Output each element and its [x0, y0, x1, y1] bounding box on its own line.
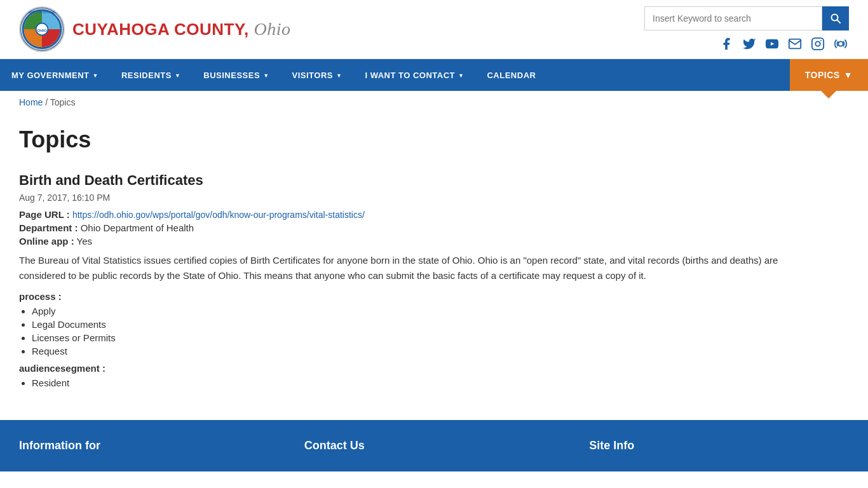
nav-i-want-to-contact[interactable]: I WANT TO CONTACT ▼ — [353, 59, 475, 91]
nav-residents[interactable]: RESIDENTS ▼ — [110, 59, 192, 91]
article-date: Aug 7, 2017, 16:10 PM — [19, 193, 807, 203]
svg-point-9 — [815, 41, 820, 46]
nav-visitors[interactable]: VISITORS ▼ — [281, 59, 354, 91]
nav-my-government[interactable]: MY GOVERNMENT ▼ — [0, 59, 110, 91]
audience-label: audiencesegment : — [19, 363, 807, 374]
main-content: Topics Birth and Death Certificates Aug … — [0, 114, 826, 420]
header-right — [644, 6, 849, 52]
svg-text:OHIO: OHIO — [37, 29, 47, 32]
article-description: The Bureau of Vital Statistics issues ce… — [19, 253, 807, 283]
footer-col-info: Information for — [19, 439, 279, 459]
breadcrumb-home[interactable]: Home — [19, 97, 43, 107]
nav-calendar[interactable]: CALENDAR — [475, 59, 547, 91]
site-title: CUYAHOGA COUNTY, Ohio — [72, 20, 290, 39]
svg-point-10 — [820, 40, 822, 41]
list-item: Legal Documents — [32, 319, 807, 330]
nav-businesses[interactable]: BUSINESSES ▼ — [192, 59, 280, 91]
list-item: Resident — [32, 377, 807, 388]
nav-items: MY GOVERNMENT ▼ RESIDENTS ▼ BUSINESSES ▼… — [0, 59, 790, 91]
logo-area: OHIO COUNTY OF CUYAHOGA CUYAHOGA COUNTY,… — [19, 6, 290, 52]
breadcrumb-current: Topics — [50, 97, 76, 107]
footer-col-contact: Contact Us — [304, 439, 564, 459]
chevron-down-icon: ▼ — [93, 72, 98, 79]
topics-button[interactable]: TOPICS ▼ — [790, 59, 868, 91]
process-list: Apply Legal Documents Licenses or Permit… — [32, 306, 807, 356]
breadcrumb: Home / Topics — [0, 91, 868, 114]
footer-col-site: Site Info — [589, 439, 849, 459]
footer-col3-title: Site Info — [589, 439, 849, 452]
svg-rect-8 — [812, 38, 824, 50]
main-nav: MY GOVERNMENT ▼ RESIDENTS ▼ BUSINESSES ▼… — [0, 59, 868, 91]
twitter-icon[interactable] — [741, 36, 757, 52]
site-footer: Information for Contact Us Site Info — [0, 420, 868, 471]
audience-list: Resident — [32, 377, 807, 388]
search-input[interactable] — [644, 6, 822, 30]
svg-point-11 — [838, 41, 843, 46]
online-app-field: Online app : Yes — [19, 236, 807, 247]
instagram-icon[interactable] — [810, 36, 826, 52]
list-item: Apply — [32, 306, 807, 316]
search-bar — [644, 6, 849, 30]
svg-text:COUNTY OF CUYAHOGA: COUNTY OF CUYAHOGA — [24, 11, 60, 14]
page-title: Topics — [19, 126, 807, 153]
email-icon[interactable] — [787, 36, 803, 52]
chevron-down-icon: ▼ — [458, 72, 464, 79]
department-field: Department : Ohio Department of Health — [19, 222, 807, 233]
chevron-down-icon: ▼ — [263, 72, 269, 79]
page-url-link[interactable]: https://odh.ohio.gov/wps/portal/gov/odh/… — [72, 210, 365, 220]
search-icon — [831, 13, 841, 24]
podcast-icon[interactable] — [832, 36, 849, 52]
search-button[interactable] — [822, 6, 849, 30]
facebook-icon[interactable] — [718, 36, 735, 52]
site-header: OHIO COUNTY OF CUYAHOGA CUYAHOGA COUNTY,… — [0, 0, 868, 59]
svg-line-6 — [837, 20, 841, 24]
county-seal: OHIO COUNTY OF CUYAHOGA — [19, 6, 65, 52]
article-title: Birth and Death Certificates — [19, 172, 807, 189]
chevron-down-icon: ▼ — [175, 72, 180, 79]
footer-col1-title: Information for — [19, 439, 279, 452]
youtube-icon[interactable] — [764, 36, 780, 52]
footer-col2-title: Contact Us — [304, 439, 564, 452]
process-label: process : — [19, 291, 807, 302]
site-name-text: CUYAHOGA COUNTY, Ohio — [72, 19, 290, 39]
list-item: Licenses or Permits — [32, 332, 807, 343]
breadcrumb-separator: / — [45, 97, 50, 107]
chevron-down-icon: ▼ — [844, 70, 853, 80]
list-item: Request — [32, 346, 807, 356]
chevron-down-icon: ▼ — [336, 72, 342, 79]
social-icons — [718, 36, 849, 52]
page-url-field: Page URL : https://odh.ohio.gov/wps/port… — [19, 209, 807, 220]
